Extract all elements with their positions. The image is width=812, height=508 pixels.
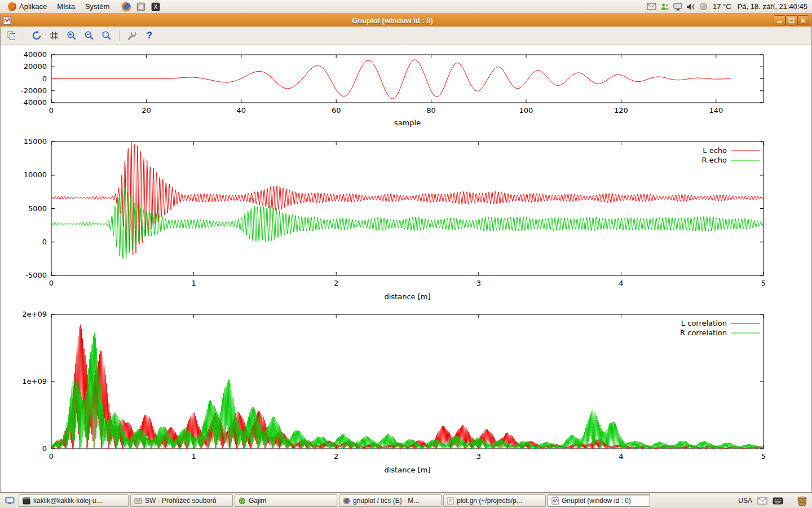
replot-button[interactable] bbox=[30, 29, 43, 42]
menu-places-label: Místa bbox=[57, 2, 75, 11]
x-tick-label: 4 bbox=[619, 279, 623, 287]
x-tick-label: 120 bbox=[614, 106, 628, 115]
maximize-button[interactable] bbox=[785, 15, 797, 25]
zoom-out-button[interactable] bbox=[82, 29, 96, 42]
gnome-app-launcher-icon[interactable] bbox=[135, 1, 147, 12]
y-tick-label: 1e+09 bbox=[22, 377, 47, 386]
x-tick-label: 2 bbox=[334, 279, 338, 287]
taskbar-tray: USA bbox=[738, 496, 810, 506]
firefox-launcher-icon[interactable] bbox=[121, 1, 132, 12]
x-tick-label: 20 bbox=[142, 106, 151, 115]
x-tick-label: 5 bbox=[761, 452, 766, 461]
plot-canvas[interactable]: 020406080100120140-40000-200000200004000… bbox=[1, 45, 811, 492]
x-axis-label: sample bbox=[394, 119, 421, 127]
terminal-icon bbox=[23, 497, 30, 505]
mail-notify-icon[interactable] bbox=[757, 497, 767, 505]
copy-to-clipboard-button[interactable] bbox=[5, 29, 18, 42]
x-tick-label: 0 bbox=[49, 279, 54, 287]
series-R-echo bbox=[51, 188, 764, 260]
help-button[interactable]: ? bbox=[143, 29, 156, 42]
titlebar[interactable]: Gnuplot (window id : 0) bbox=[1, 14, 811, 27]
trash-icon[interactable] bbox=[796, 496, 808, 506]
task-terminal[interactable]: kaklik@kaklik-kolej-u... bbox=[19, 494, 129, 507]
y-tick-label: 15000 bbox=[24, 137, 47, 146]
keyboard-indicator-icon[interactable] bbox=[773, 497, 783, 505]
volume-icon[interactable] bbox=[686, 3, 695, 11]
toggle-grid-button[interactable] bbox=[47, 29, 61, 42]
zoom-reset-button[interactable] bbox=[100, 29, 113, 42]
grid-icon bbox=[49, 30, 59, 41]
task-label: gnuplot / tics (E) - M... bbox=[353, 497, 419, 505]
x-tick-label: 5 bbox=[761, 279, 766, 287]
copy-icon bbox=[6, 30, 16, 41]
top-panel: Aplikace Místa Systém X 17 °C bbox=[0, 0, 812, 14]
zoom-in-icon bbox=[67, 30, 77, 41]
mail-icon[interactable] bbox=[647, 3, 656, 10]
gajim-icon bbox=[239, 497, 246, 505]
menu-system[interactable]: Systém bbox=[81, 2, 114, 11]
task-label: Gajim bbox=[249, 497, 266, 505]
clock-label[interactable]: Pá, 18. září, 21:40:45 bbox=[736, 2, 809, 11]
firefox-icon bbox=[343, 497, 350, 505]
x-tick-label: 3 bbox=[476, 452, 481, 461]
window-title: Gnuplot (window id : 0) bbox=[14, 16, 771, 25]
x-tick-label: 140 bbox=[709, 106, 723, 115]
zoom-in-button[interactable] bbox=[65, 29, 78, 42]
series-L-correlation bbox=[51, 325, 764, 449]
y-tick-label: 0 bbox=[42, 75, 47, 83]
gnuplot-window-icon bbox=[3, 16, 11, 25]
y-tick-label: 0 bbox=[42, 238, 47, 246]
x-tick-label: 4 bbox=[619, 452, 623, 461]
x-axis-label: distance [m] bbox=[384, 292, 430, 301]
user-switch-icon[interactable] bbox=[660, 2, 669, 11]
y-tick-label: 0 bbox=[42, 444, 47, 453]
series-L-echo bbox=[51, 142, 764, 255]
x-tick-label: 2 bbox=[334, 452, 338, 461]
task-firefox[interactable]: gnuplot / tics (E) - M... bbox=[339, 494, 442, 507]
temperature-label[interactable]: 17 °C bbox=[712, 2, 732, 11]
options-button[interactable] bbox=[125, 29, 139, 42]
svg-text:X: X bbox=[154, 3, 158, 10]
series-R-correlation bbox=[51, 333, 764, 449]
legend-label: L correlation bbox=[681, 319, 727, 327]
task-text-editor[interactable]: plot.gn (~/projects/p... bbox=[443, 494, 546, 507]
file-manager-icon bbox=[134, 497, 142, 505]
legend-label: L echo bbox=[703, 146, 727, 155]
weather-icon[interactable] bbox=[699, 2, 708, 11]
remote-display-icon[interactable] bbox=[673, 3, 682, 11]
keyboard-layout-indicator[interactable]: USA bbox=[738, 497, 752, 505]
y-tick-label: -5000 bbox=[25, 271, 47, 279]
x-tick-label: 0 bbox=[49, 106, 54, 115]
x-tick-label: 80 bbox=[426, 106, 436, 115]
task-label: SW - Prohlížeč souborů bbox=[145, 497, 217, 505]
task-gajim[interactable]: Gajim bbox=[235, 494, 337, 507]
x-tick-label: 0 bbox=[49, 452, 54, 461]
task-file-manager[interactable]: SW - Prohlížeč souborů bbox=[130, 494, 233, 507]
task-gnuplot[interactable]: Gnuplot (window id : 0) bbox=[548, 494, 650, 507]
minimize-button[interactable] bbox=[774, 15, 785, 25]
zoom-out-icon bbox=[84, 30, 94, 41]
legend-label: R correlation bbox=[680, 329, 727, 337]
show-desktop-button[interactable] bbox=[2, 494, 17, 507]
task-label: Gnuplot (window id : 0) bbox=[562, 497, 631, 505]
gnuplot-window: Gnuplot (window id : 0) bbox=[0, 14, 812, 493]
zoom-reset-icon bbox=[102, 30, 112, 41]
menu-applications[interactable]: Aplikace bbox=[3, 2, 51, 11]
taskbar: kaklik@kaklik-kolej-u... SW - Prohlížeč … bbox=[0, 493, 812, 508]
window-controls bbox=[774, 15, 809, 25]
toolbar-separator bbox=[24, 30, 24, 41]
task-label: kaklik@kaklik-kolej-u... bbox=[33, 497, 102, 505]
x-axis-label: distance [m] bbox=[384, 466, 430, 474]
plot-border bbox=[51, 142, 764, 275]
xterm-launcher-icon[interactable]: X bbox=[150, 1, 161, 12]
y-tick-label: -40000 bbox=[21, 98, 47, 107]
y-tick-label: -20000 bbox=[21, 86, 47, 95]
panel-launchers: X bbox=[121, 1, 161, 12]
menu-places[interactable]: Místa bbox=[52, 2, 80, 11]
toolbar: ? bbox=[1, 27, 811, 45]
y-tick-label: 5000 bbox=[28, 204, 47, 213]
x-tick-label: 60 bbox=[332, 106, 341, 115]
close-button[interactable] bbox=[797, 15, 809, 25]
gnuplot-icon bbox=[551, 497, 559, 505]
ubuntu-logo-icon bbox=[8, 2, 16, 11]
